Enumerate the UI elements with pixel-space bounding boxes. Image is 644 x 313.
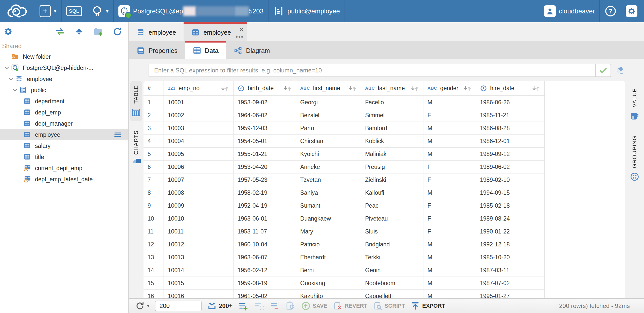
data-cell[interactable]: 10007 [164, 173, 234, 186]
data-cell[interactable]: 1995-01-27 [476, 290, 545, 298]
data-cell[interactable]: Sumant [296, 199, 361, 212]
data-cell[interactable]: Piveteau [361, 212, 423, 225]
data-cell[interactable]: Mary [296, 225, 361, 238]
row-number-cell[interactable]: 16 [144, 290, 164, 298]
data-cell[interactable]: 1959-08-19 [234, 277, 296, 289]
data-cell[interactable]: 1987-07-02 [476, 277, 545, 289]
new-connection-button[interactable]: + ▾ [35, 0, 61, 22]
data-cell[interactable]: 10012 [164, 238, 234, 251]
grouping-panel-button[interactable]: GROUPING [629, 132, 640, 186]
menu-icon[interactable] [113, 130, 122, 139]
data-cell[interactable]: 1985-02-18 [476, 199, 545, 212]
data-cell[interactable]: Preusig [361, 161, 423, 173]
data-cell[interactable]: M [423, 251, 476, 264]
data-cell[interactable]: M [423, 122, 476, 134]
chevron-down-icon[interactable] [7, 76, 15, 82]
data-cell[interactable]: 1953-11-07 [234, 225, 296, 238]
column-header-emp_no[interactable]: 123emp_no [164, 81, 234, 95]
connection-search-button[interactable]: ▾ [87, 0, 113, 22]
data-cell[interactable]: 1963-06-01 [234, 212, 296, 225]
data-cell[interactable]: Simmel [361, 109, 423, 122]
data-cell[interactable]: 10001 [164, 96, 234, 109]
row-number-cell[interactable]: 7 [144, 173, 164, 186]
data-cell[interactable]: 1989-09-12 [476, 148, 545, 160]
data-cell[interactable]: Facello [361, 96, 423, 109]
row-number-cell[interactable]: 1 [144, 96, 164, 109]
data-cell[interactable]: Kalloufi [361, 186, 423, 199]
tree-item-dept-emp[interactable]: dept_emp [0, 107, 128, 118]
revert-button[interactable]: REVERT [333, 301, 367, 311]
column-header-hire_date[interactable]: hire_date [476, 81, 545, 95]
column-header-birth_date[interactable]: birth_date [234, 81, 296, 95]
data-cell[interactable]: Kazuhito [296, 290, 361, 298]
tree-item-new-folder[interactable]: New folder [0, 51, 128, 62]
data-cell[interactable]: M [423, 135, 476, 147]
tab-properties[interactable]: Properties [129, 41, 185, 59]
data-cell[interactable]: 1953-04-20 [234, 161, 296, 173]
tab-overflow-icon[interactable]: ••• [236, 33, 244, 41]
row-number-cell[interactable]: 15 [144, 277, 164, 289]
link-with-editor-button[interactable] [55, 27, 65, 37]
column-header-first_name[interactable]: ABCfirst_name [296, 81, 361, 95]
row-number-cell[interactable]: 14 [144, 264, 164, 277]
data-cell[interactable]: Koblick [361, 135, 423, 147]
row-number-cell[interactable]: 5 [144, 148, 164, 160]
data-cell[interactable]: 10004 [164, 135, 234, 147]
data-cell[interactable]: 1958-02-19 [234, 186, 296, 199]
duplicate-row-button[interactable]: (+) [254, 301, 264, 311]
data-cell[interactable]: 1986-12-01 [476, 135, 545, 147]
data-cell[interactable]: 10015 [164, 277, 234, 289]
data-cell[interactable]: M [423, 238, 476, 251]
presentation-charts-button[interactable]: CHARTS [131, 126, 142, 172]
tree-item-dept-manager[interactable]: dept_manager [0, 118, 128, 129]
data-cell[interactable]: 10008 [164, 186, 234, 199]
add-row-button[interactable] [238, 301, 248, 311]
data-cell[interactable]: 1985-10-20 [476, 251, 545, 264]
data-cell[interactable]: 1959-12-03 [234, 122, 296, 134]
sort-arrows-icon[interactable] [220, 85, 230, 92]
data-cell[interactable]: 1953-09-02 [234, 96, 296, 109]
tab-employee-object[interactable]: employee [129, 22, 184, 41]
data-cell[interactable]: Zielinski [361, 173, 423, 186]
data-cell[interactable]: 1994-09-15 [476, 186, 545, 199]
data-cell[interactable]: Patricio [296, 238, 361, 251]
tree-item-department[interactable]: department [0, 96, 128, 107]
data-cell[interactable]: Kyoichi [296, 148, 361, 160]
data-cell[interactable]: 10016 [164, 290, 234, 298]
row-number-cell[interactable]: 9 [144, 199, 164, 212]
data-cell[interactable]: 1956-02-12 [234, 264, 296, 277]
data-cell[interactable]: Eberhardt [296, 251, 361, 264]
data-cell[interactable]: 1952-04-19 [234, 199, 296, 212]
data-cell[interactable]: 1992-12-18 [476, 238, 545, 251]
sort-arrows-icon[interactable] [410, 85, 420, 92]
fetch-more-button[interactable]: 200+ [207, 301, 232, 311]
data-cell[interactable]: Berni [296, 264, 361, 277]
data-cell[interactable]: M [423, 186, 476, 199]
data-cell[interactable]: Parto [296, 122, 361, 134]
data-cell[interactable]: Maliniak [361, 148, 423, 160]
data-cell[interactable]: 1989-08-24 [476, 212, 545, 225]
data-cell[interactable]: 1989-06-02 [476, 161, 545, 173]
data-cell[interactable]: 10011 [164, 225, 234, 238]
export-button[interactable]: EXPORT [410, 301, 445, 311]
data-cell[interactable]: 1955-01-21 [234, 148, 296, 160]
data-cell[interactable]: 10014 [164, 264, 234, 277]
data-cell[interactable]: Georgi [296, 96, 361, 109]
data-cell[interactable]: Saniya [296, 186, 361, 199]
data-cell[interactable]: Peac [361, 199, 423, 212]
refresh-tree-button[interactable] [112, 27, 122, 37]
data-cell[interactable]: Bamford [361, 122, 423, 134]
apply-filter-button[interactable] [595, 64, 611, 76]
active-connection-selector[interactable]: PostgreSQL@ep 5203 [114, 0, 268, 22]
data-cell[interactable]: 1954-05-01 [234, 135, 296, 147]
row-number-cell[interactable]: 10 [144, 212, 164, 225]
help-button[interactable]: ? [600, 0, 621, 22]
data-cell[interactable]: 1985-11-21 [476, 109, 545, 122]
save-button[interactable]: SAVE [301, 301, 327, 311]
row-number-cell[interactable]: 3 [144, 122, 164, 134]
presentation-table-button[interactable]: TABLE [130, 81, 142, 121]
data-cell[interactable]: Nooteboom [361, 277, 423, 289]
tree-item-current-dept-emp[interactable]: current_dept_emp [0, 163, 128, 174]
data-cell[interactable]: M [423, 264, 476, 277]
data-cell[interactable]: F [423, 173, 476, 186]
